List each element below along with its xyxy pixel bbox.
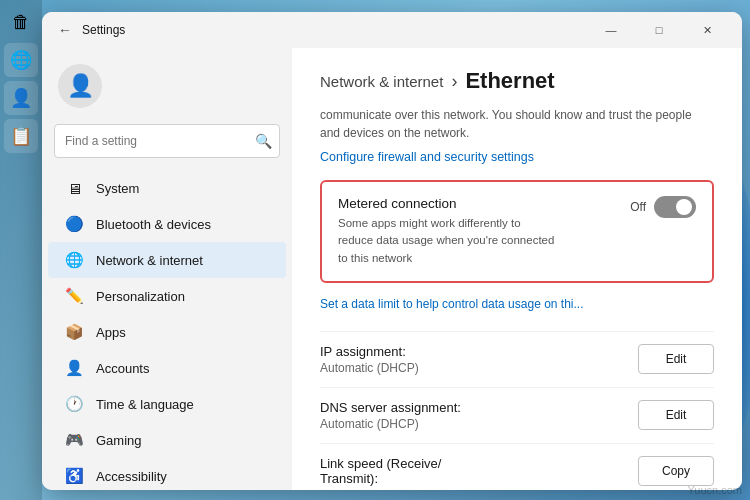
sidebar-item-apps[interactable]: 📦 Apps: [48, 314, 286, 350]
taskbar: 🗑 🌐 👤 📋: [0, 0, 42, 500]
toggle-label: Off: [630, 200, 646, 214]
sidebar-label-system: System: [96, 181, 139, 196]
sidebar-label-network: Network & internet: [96, 253, 203, 268]
breadcrumb-separator: ›: [451, 71, 457, 92]
sidebar-label-accessibility: Accessibility: [96, 469, 167, 484]
watermark: Yuucn.com: [688, 484, 742, 496]
link-speed-label: Link speed (Receive/Transmit):: [320, 456, 638, 486]
metered-title: Metered connection: [338, 196, 630, 211]
sidebar-item-accounts[interactable]: 👤 Accounts: [48, 350, 286, 386]
window-title: Settings: [82, 23, 125, 37]
sidebar-item-gaming[interactable]: 🎮 Gaming: [48, 422, 286, 458]
time-icon: 🕐: [64, 394, 84, 414]
breadcrumb: Network & internet › Ethernet: [292, 48, 742, 106]
sidebar-label-gaming: Gaming: [96, 433, 142, 448]
sidebar: 👤 🔍 🖥 System 🔵 Bluetooth & devices: [42, 48, 292, 490]
ip-assignment-row: IP assignment: Automatic (DHCP) Edit: [320, 331, 714, 387]
metered-card: Metered connection Some apps might work …: [320, 180, 714, 283]
data-limit-link[interactable]: Set a data limit to help control data us…: [320, 297, 714, 311]
close-button[interactable]: ✕: [684, 14, 730, 46]
gaming-icon: 🎮: [64, 430, 84, 450]
taskbar-recycle-icon: 🗑: [4, 5, 38, 39]
link-speed-value: 1000/1000 (Mbps): [320, 488, 638, 490]
sidebar-label-bluetooth: Bluetooth & devices: [96, 217, 211, 232]
search-icon: 🔍: [255, 133, 272, 149]
metered-info: Metered connection Some apps might work …: [338, 196, 630, 267]
content-area: communicate over this network. You shoul…: [292, 106, 742, 490]
accounts-icon: 👤: [64, 358, 84, 378]
settings-body: 👤 🔍 🖥 System 🔵 Bluetooth & devices: [42, 48, 742, 490]
sidebar-item-accessibility[interactable]: ♿ Accessibility: [48, 458, 286, 490]
title-bar-left: ← Settings: [58, 22, 125, 38]
sidebar-label-personalization: Personalization: [96, 289, 185, 304]
link-speed-label-group: Link speed (Receive/Transmit): 1000/1000…: [320, 456, 638, 490]
avatar-icon: 👤: [67, 73, 94, 99]
toggle-area: Off: [630, 196, 696, 218]
personalization-icon: ✏️: [64, 286, 84, 306]
firewall-link[interactable]: Configure firewall and security settings: [320, 150, 714, 164]
link-speed-row: Link speed (Receive/Transmit): 1000/1000…: [320, 443, 714, 490]
search-input[interactable]: [54, 124, 280, 158]
dns-assignment-value: Automatic (DHCP): [320, 417, 638, 431]
sidebar-label-apps: Apps: [96, 325, 126, 340]
avatar-section: 👤: [42, 56, 292, 124]
sidebar-label-accounts: Accounts: [96, 361, 149, 376]
network-icon: 🌐: [64, 250, 84, 270]
bluetooth-icon: 🔵: [64, 214, 84, 234]
breadcrumb-current: Ethernet: [465, 68, 554, 94]
sidebar-label-time: Time & language: [96, 397, 194, 412]
sidebar-item-personalization[interactable]: ✏️ Personalization: [48, 278, 286, 314]
taskbar-edge-icon[interactable]: 🌐: [4, 43, 38, 77]
dns-label-group: DNS server assignment: Automatic (DHCP): [320, 400, 638, 431]
dns-assignment-label: DNS server assignment:: [320, 400, 638, 415]
dns-assignment-row: DNS server assignment: Automatic (DHCP) …: [320, 387, 714, 443]
title-bar: ← Settings — □ ✕: [42, 12, 742, 48]
ip-edit-button[interactable]: Edit: [638, 344, 714, 374]
settings-window: ← Settings — □ ✕ 👤: [42, 12, 742, 490]
main-content: Network & internet › Ethernet communicat…: [292, 48, 742, 490]
dns-edit-button[interactable]: Edit: [638, 400, 714, 430]
accessibility-icon: ♿: [64, 466, 84, 486]
taskbar-user-icon[interactable]: 👤: [4, 81, 38, 115]
taskbar-task-icon[interactable]: 📋: [4, 119, 38, 153]
metered-toggle[interactable]: [654, 196, 696, 218]
link-speed-copy-button[interactable]: Copy: [638, 456, 714, 486]
window-controls: — □ ✕: [588, 14, 730, 46]
system-icon: 🖥: [64, 178, 84, 198]
apps-icon: 📦: [64, 322, 84, 342]
ip-assignment-label: IP assignment:: [320, 344, 638, 359]
ip-label-group: IP assignment: Automatic (DHCP): [320, 344, 638, 375]
sidebar-item-bluetooth[interactable]: 🔵 Bluetooth & devices: [48, 206, 286, 242]
search-box: 🔍: [54, 124, 280, 158]
breadcrumb-parent[interactable]: Network & internet: [320, 73, 443, 90]
network-description: communicate over this network. You shoul…: [320, 106, 714, 142]
sidebar-item-time[interactable]: 🕐 Time & language: [48, 386, 286, 422]
metered-description: Some apps might work differently to redu…: [338, 215, 558, 267]
sidebar-item-network[interactable]: 🌐 Network & internet: [48, 242, 286, 278]
minimize-button[interactable]: —: [588, 14, 634, 46]
desktop: 🗑 🌐 👤 📋 ← Settings — □ ✕: [0, 0, 750, 500]
ip-assignment-value: Automatic (DHCP): [320, 361, 638, 375]
avatar[interactable]: 👤: [58, 64, 102, 108]
sidebar-item-system[interactable]: 🖥 System: [48, 170, 286, 206]
back-arrow-icon[interactable]: ←: [58, 22, 72, 38]
maximize-button[interactable]: □: [636, 14, 682, 46]
